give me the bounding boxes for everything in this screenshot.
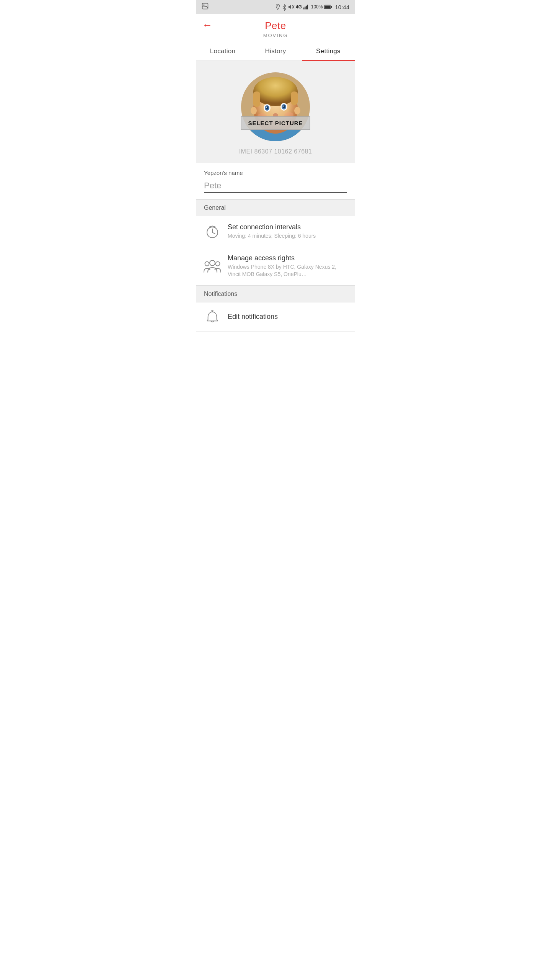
avatar (241, 72, 310, 141)
svg-point-42 (215, 226, 216, 227)
status-icons: 4G 100% 10:44 (275, 4, 349, 10)
header-name: Pete (265, 20, 286, 32)
name-section-label: Yepzon's name (204, 170, 347, 176)
avatar-image (241, 72, 310, 141)
network-type: 4G (296, 4, 302, 10)
svg-rect-11 (308, 5, 309, 10)
location-pin-icon (275, 4, 280, 10)
general-section-header: General (196, 199, 355, 216)
bell-svg (205, 309, 219, 325)
edit-notifications-title: Edit notifications (228, 313, 347, 321)
svg-point-45 (216, 262, 220, 266)
svg-rect-13 (331, 6, 332, 8)
battery-icon (324, 5, 332, 9)
bell-icon (204, 309, 221, 325)
connection-intervals-subtitle: Moving: 4 minutes; Sleeping: 6 hours (228, 232, 347, 240)
svg-rect-14 (325, 6, 331, 8)
name-section: Yepzon's name (196, 163, 355, 179)
notifications-section-header: Notifications (196, 286, 355, 302)
access-rights-title: Manage access rights (228, 254, 347, 262)
bluetooth-icon (282, 4, 287, 10)
image-icon (202, 3, 209, 10)
tabs-bar: Location History Settings (196, 42, 355, 61)
svg-point-32 (283, 106, 284, 107)
back-button[interactable]: ← (202, 20, 212, 30)
svg-rect-8 (305, 7, 305, 9)
svg-rect-9 (306, 6, 306, 10)
signal-icon (303, 4, 310, 10)
mute-icon (288, 4, 294, 10)
tab-history[interactable]: History (249, 42, 302, 60)
status-bar: 4G 100% 10:44 (196, 0, 355, 14)
tab-settings[interactable]: Settings (302, 42, 355, 60)
svg-point-28 (266, 107, 267, 108)
svg-point-37 (294, 107, 300, 114)
settings-section: Yepzon's name General Set connection int… (196, 163, 355, 332)
svg-point-2 (277, 5, 278, 7)
svg-rect-24 (291, 91, 298, 105)
edit-notifications-text: Edit notifications (228, 313, 347, 321)
svg-line-40 (212, 232, 215, 234)
svg-rect-7 (303, 8, 304, 10)
access-rights-subtitle: Windows Phone 8X by HTC, Galaxy Nexus 2,… (228, 263, 347, 278)
name-input[interactable] (204, 181, 347, 193)
svg-point-43 (210, 260, 215, 266)
svg-rect-23 (253, 91, 260, 107)
header-status: MOVING (263, 33, 288, 38)
connection-intervals-text: Set connection intervals Moving: 4 minut… (228, 223, 347, 240)
svg-rect-10 (307, 5, 308, 9)
clock-svg (205, 224, 220, 239)
svg-point-44 (205, 262, 209, 266)
tab-location[interactable]: Location (196, 42, 249, 60)
name-input-row (196, 179, 355, 199)
people-svg (204, 259, 221, 273)
svg-point-36 (251, 107, 257, 114)
people-icon (204, 259, 221, 273)
connection-intervals-title: Set connection intervals (228, 223, 347, 231)
clock-icon (204, 224, 221, 239)
profile-section: SELECT PICTURE IMEI 86307 10162 67681 (196, 61, 355, 163)
select-picture-button[interactable]: SELECT PICTURE (241, 116, 310, 130)
header: ← Pete MOVING (196, 14, 355, 42)
imei-text: IMEI 86307 10162 67681 (239, 148, 312, 155)
access-rights-row[interactable]: Manage access rights Windows Phone 8X by… (196, 247, 355, 286)
connection-intervals-row[interactable]: Set connection intervals Moving: 4 minut… (196, 216, 355, 247)
status-bar-left-icons (202, 3, 273, 11)
edit-notifications-row[interactable]: Edit notifications (196, 302, 355, 332)
access-rights-text: Manage access rights Windows Phone 8X by… (228, 254, 347, 278)
svg-point-41 (209, 226, 210, 227)
battery-percent: 100% (311, 4, 323, 10)
avatar-container[interactable]: SELECT PICTURE (241, 72, 310, 141)
status-time: 10:44 (335, 4, 349, 10)
